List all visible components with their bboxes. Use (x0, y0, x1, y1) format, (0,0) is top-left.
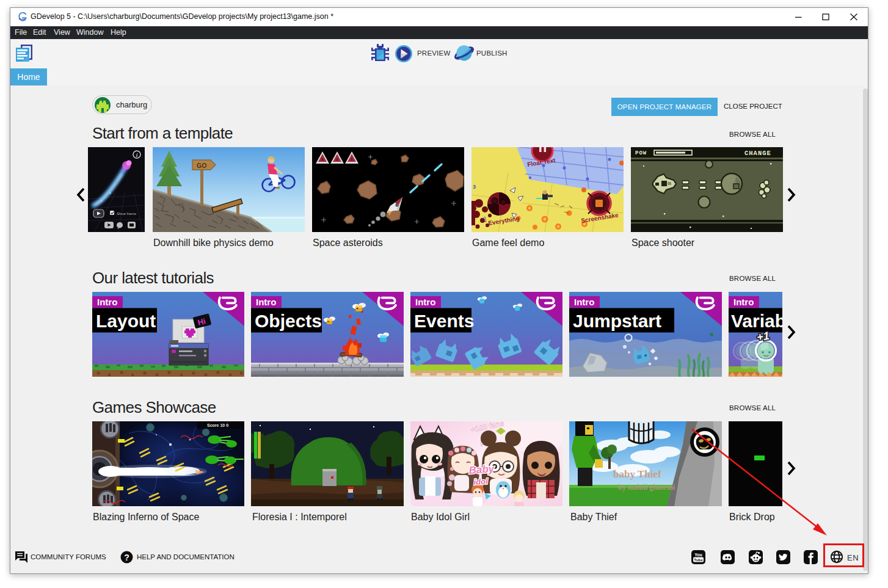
svg-text:Variab: Variab (731, 311, 782, 331)
svg-text:Layout: Layout (96, 311, 156, 331)
svg-text:Intro: Intro (415, 297, 435, 307)
svg-text:idol: idol (473, 476, 488, 487)
svg-text:Jumpstart: Jumpstart (573, 311, 661, 331)
svg-text:GO: GO (197, 162, 206, 169)
svg-text:by mahdi ghasemi: by mahdi ghasemi (618, 483, 675, 492)
svg-text:Intro: Intro (97, 297, 117, 307)
svg-text:Tube: Tube (694, 557, 703, 562)
svg-text:You: You (694, 553, 702, 557)
svg-text:Events: Events (414, 311, 474, 331)
svg-text:Intro: Intro (256, 297, 276, 307)
svg-text:3: 3 (473, 184, 476, 190)
svg-text:baby Thief: baby Thief (613, 468, 661, 480)
svg-text:?: ? (124, 553, 129, 562)
svg-text:POW: POW (635, 150, 647, 156)
svg-text:Objects: Objects (255, 311, 322, 331)
svg-text:Intro: Intro (574, 297, 594, 307)
svg-text:+1: +1 (756, 330, 770, 344)
svg-text:Score 10 0: Score 10 0 (207, 423, 228, 427)
svg-text:Intro: Intro (733, 297, 754, 307)
svg-text:Baby: Baby (468, 463, 495, 476)
svg-text:CHANGE: CHANGE (744, 150, 771, 157)
svg-text:Show frame: Show frame (117, 212, 137, 216)
